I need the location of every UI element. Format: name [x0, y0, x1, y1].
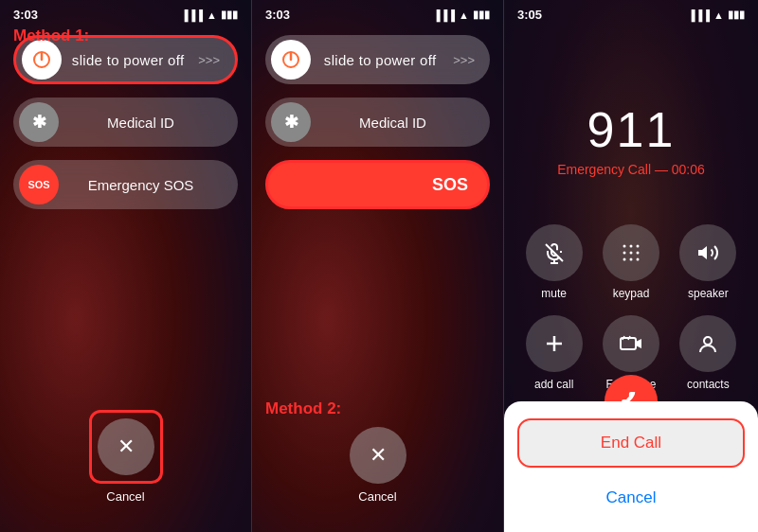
wifi-icon-3: ▲ [713, 9, 724, 21]
add-call-btn[interactable] [526, 315, 583, 372]
wifi-icon: ▲ [207, 9, 217, 21]
keypad-icon [621, 242, 641, 263]
power-off-slider-2[interactable]: slide to power off >>> [265, 35, 490, 84]
sos-slider-2[interactable]: SOS [265, 160, 490, 209]
svg-point-12 [636, 252, 639, 255]
cancel-btn-2[interactable]: ✕ [350, 427, 406, 484]
add-call-icon [544, 333, 565, 354]
sos-text-1: Emergency SOS [59, 177, 223, 193]
status-bar-1: 3:03 ▐▐▐ ▲ ▮▮▮ [0, 0, 251, 26]
call-actions-grid: mute keypad [504, 224, 758, 391]
call-action-speaker: speaker [677, 224, 739, 300]
svg-point-9 [636, 245, 639, 248]
call-action-add: add call [523, 315, 585, 391]
slider-text-2: slide to power off [311, 52, 449, 68]
phone-screen-2: 3:03 ▐▐▐ ▲ ▮▮▮ slide to power off >>> ✱ … [252, 0, 504, 532]
cancel-area-1: ✕ Cancel [0, 410, 251, 504]
call-action-keypad: keypad [600, 224, 661, 300]
keypad-label: keypad [613, 287, 650, 300]
slider-thumb-2 [271, 40, 311, 80]
svg-marker-16 [698, 246, 707, 259]
call-number: 911 [587, 101, 676, 158]
mute-icon [543, 241, 566, 264]
end-call-sheet: End Call Cancel [504, 401, 758, 532]
svg-point-13 [623, 258, 625, 261]
status-time-1: 3:03 [13, 8, 38, 22]
medical-icon-1: ✱ [19, 102, 59, 142]
svg-point-15 [636, 258, 639, 261]
power-icon-2 [281, 50, 300, 69]
chevrons-2: >>> [453, 53, 475, 67]
status-time-2: 3:03 [265, 8, 290, 22]
speaker-icon [696, 241, 719, 264]
signal-icon-3: ▐▐▐ [688, 9, 710, 21]
status-bar-3: 3:05 ▐▐▐ ▲ ▮▮▮ [504, 0, 758, 26]
medical-id-btn-2[interactable]: ✱ Medical ID [265, 98, 490, 147]
sos-text-2: SOS [432, 175, 468, 195]
battery-icon: ▮▮▮ [221, 9, 238, 21]
speaker-btn[interactable] [679, 224, 736, 281]
status-icons-1: ▐▐▐ ▲ ▮▮▮ [181, 9, 238, 21]
medical-id-btn-1[interactable]: ✱ Medical ID [13, 98, 238, 147]
keypad-btn[interactable] [603, 224, 659, 281]
add-call-label: add call [534, 378, 573, 391]
contacts-btn[interactable] [679, 315, 736, 372]
medical-text-1: Medical ID [59, 115, 223, 131]
svg-line-22 [628, 336, 630, 340]
svg-line-21 [623, 336, 624, 340]
svg-point-8 [629, 245, 632, 248]
medical-icon-2: ✱ [271, 102, 311, 142]
medical-text-2: Medical ID [311, 115, 475, 131]
method2-label: Method 2: [265, 399, 341, 418]
facetime-icon [620, 335, 642, 352]
svg-point-23 [704, 337, 712, 345]
emergency-sos-btn-1[interactable]: SOS Emergency SOS [13, 160, 238, 209]
status-bar-2: 3:03 ▐▐▐ ▲ ▮▮▮ [252, 0, 503, 26]
status-icons-2: ▐▐▐ ▲ ▮▮▮ [433, 9, 490, 21]
cancel-label-2: Cancel [358, 489, 396, 504]
chevrons-1: >>> [198, 53, 220, 67]
signal-icon-2: ▐▐▐ [433, 9, 455, 21]
signal-icon: ▐▐▐ [181, 9, 203, 21]
cancel-area-2: ✕ Cancel [252, 427, 503, 504]
cancel-border-1: ✕ [89, 410, 163, 484]
svg-point-11 [629, 252, 632, 255]
phone-screen-3: 3:05 ▐▐▐ ▲ ▮▮▮ 911 Emergency Call — 00:0… [504, 0, 758, 532]
speaker-label: speaker [688, 287, 729, 300]
sos-icon-1: SOS [19, 165, 59, 204]
battery-icon-2: ▮▮▮ [473, 9, 490, 21]
status-time-3: 3:05 [517, 8, 542, 22]
mute-btn[interactable] [526, 224, 583, 281]
battery-icon-3: ▮▮▮ [728, 9, 745, 21]
mute-label: mute [541, 287, 567, 300]
slider-text-1: slide to power off [62, 52, 194, 68]
contacts-icon [697, 333, 718, 354]
phone-screen-1: 3:03 ▐▐▐ ▲ ▮▮▮ Method 1: slide to power … [0, 0, 252, 532]
svg-point-14 [629, 258, 632, 261]
power-icon [32, 50, 51, 69]
cancel-btn-3[interactable]: Cancel [517, 477, 745, 519]
method1-label: Method 1: [13, 27, 89, 45]
status-icons-3: ▐▐▐ ▲ ▮▮▮ [688, 9, 745, 21]
slider-thumb-1 [22, 40, 62, 80]
svg-point-10 [623, 252, 625, 255]
cancel-label-1: Cancel [106, 489, 144, 504]
cancel-label-3: Cancel [606, 488, 657, 506]
svg-point-7 [623, 245, 625, 248]
end-call-btn[interactable]: End Call [517, 418, 745, 468]
contacts-label: contacts [687, 378, 730, 391]
cancel-btn-1[interactable]: ✕ [98, 418, 154, 475]
wifi-icon-2: ▲ [459, 9, 469, 21]
end-call-label: End Call [601, 434, 661, 452]
facetime-btn[interactable] [603, 315, 659, 372]
call-status: Emergency Call — 00:06 [557, 162, 705, 177]
call-action-contacts: contacts [677, 315, 739, 391]
call-action-mute: mute [523, 224, 585, 300]
